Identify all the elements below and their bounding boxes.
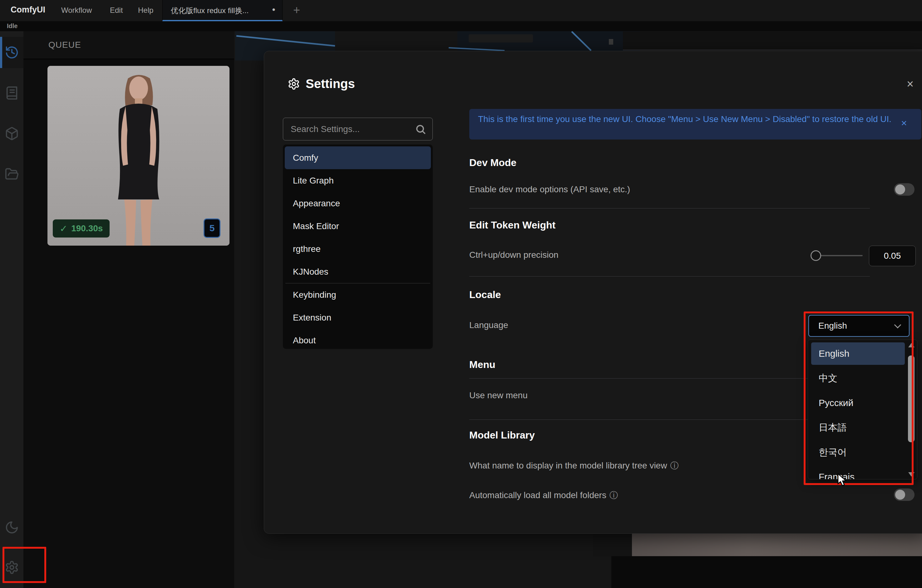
graph-node-panel (623, 31, 922, 50)
use-new-menu-label: Use new menu (469, 390, 528, 400)
category-mask-editor[interactable]: Mask Editor (285, 215, 431, 237)
section-dev-mode: Dev Mode (469, 157, 517, 168)
info-icon[interactable]: ⓘ (610, 491, 618, 500)
category-kjnodes[interactable]: KJNodes (285, 260, 431, 283)
section-divider (469, 208, 870, 209)
search-input[interactable] (283, 118, 432, 140)
graph-node-widget (469, 34, 533, 42)
sidebar-item-theme-toggle[interactable] (0, 512, 23, 543)
precision-value-input[interactable]: 0.05 (869, 246, 916, 266)
auto-load-folders-label: Automatically load all model foldersⓘ (469, 490, 618, 501)
dev-mode-toggle[interactable] (894, 183, 914, 196)
precision-slider-handle[interactable] (811, 250, 821, 261)
queue-result-thumbnail[interactable] (47, 66, 229, 246)
category-lite-graph[interactable]: Lite Graph (285, 169, 431, 192)
graph-node-area (593, 533, 632, 557)
section-model-library: Model Library (469, 430, 535, 441)
settings-search[interactable] (283, 118, 433, 140)
comfyui-app: ComfyUI Workflow Edit Help 优化版flux redux… (0, 0, 922, 588)
category-extension[interactable]: Extension (285, 306, 431, 329)
sidebar-item-model-library[interactable] (0, 118, 23, 149)
graph-image-preview (632, 533, 922, 557)
menu-help[interactable]: Help (138, 6, 153, 15)
toggle-knob (895, 490, 905, 500)
settings-title: Settings (306, 77, 355, 91)
sidebar (0, 31, 23, 588)
status-bar: Idle (0, 21, 922, 31)
close-icon[interactable]: × (907, 78, 914, 90)
settings-category-list: Comfy Lite Graph Appearance Mask Editor … (283, 144, 433, 349)
precision-slider-track[interactable] (816, 255, 863, 256)
execution-time: 190.30s (71, 224, 103, 234)
category-appearance[interactable]: Appearance (285, 192, 431, 215)
status-label: Idle (7, 23, 18, 29)
info-icon[interactable]: ⓘ (670, 461, 678, 470)
precision-label: Ctrl+up/down precision (469, 250, 559, 260)
section-edit-token-weight: Edit Token Weight (469, 219, 556, 231)
sidebar-item-node-library[interactable] (0, 77, 23, 109)
app-logo: ComfyUI (11, 5, 45, 15)
highlight-box-language (804, 312, 914, 485)
graph-node-area (611, 556, 922, 588)
search-icon (415, 124, 426, 135)
toggle-knob (895, 185, 905, 194)
mouse-cursor (837, 473, 849, 487)
queue-title: QUEUE (48, 40, 81, 50)
check-icon: ✓ (60, 223, 67, 234)
gear-icon (288, 78, 300, 90)
workflow-tab[interactable]: 优化版flux redux fill换... ● (162, 0, 283, 21)
section-locale: Locale (469, 289, 501, 301)
category-rgthree[interactable]: rgthree (285, 237, 431, 260)
menu-edit[interactable]: Edit (110, 6, 123, 15)
book-icon (5, 86, 19, 100)
history-icon (5, 45, 19, 60)
moon-icon (5, 520, 19, 535)
cube-icon (5, 126, 19, 141)
dev-mode-label: Enable dev mode options (API save, etc.) (469, 185, 630, 194)
sidebar-item-queue[interactable] (0, 37, 23, 68)
model-name-display-label: What name to display in the model librar… (469, 460, 678, 471)
category-comfy[interactable]: Comfy (285, 146, 431, 169)
category-keybinding[interactable]: Keybinding (285, 283, 431, 306)
menu-workflow[interactable]: Workflow (61, 6, 92, 15)
section-menu: Menu (469, 359, 495, 371)
workflow-tab-title: 优化版flux redux fill换... (171, 6, 248, 16)
queue-header: QUEUE (23, 31, 234, 59)
folder-open-icon (5, 167, 19, 181)
new-ui-banner: This is the first time you use the new U… (469, 109, 921, 139)
banner-message: This is the first time you use the new U… (478, 113, 893, 125)
unsaved-indicator-icon: ● (272, 6, 275, 13)
execution-time-badge: ✓ 190.30s (53, 219, 110, 237)
queue-panel: QUEUE ✓ 190.30s (23, 31, 234, 588)
category-about[interactable]: About (285, 329, 431, 352)
menubar: ComfyUI Workflow Edit Help 优化版flux redux… (0, 0, 922, 21)
language-label: Language (469, 320, 508, 330)
batch-count-badge: 5 (204, 219, 221, 238)
highlight-box-settings (3, 547, 46, 583)
generated-image (47, 66, 229, 246)
banner-close-icon[interactable]: × (901, 118, 907, 129)
auto-load-folders-toggle[interactable] (894, 488, 914, 501)
settings-modal-header: Settings (288, 77, 355, 91)
graph-node-widget (609, 39, 613, 45)
sidebar-item-workflows[interactable] (0, 158, 23, 190)
new-workflow-button[interactable]: + (289, 3, 304, 18)
